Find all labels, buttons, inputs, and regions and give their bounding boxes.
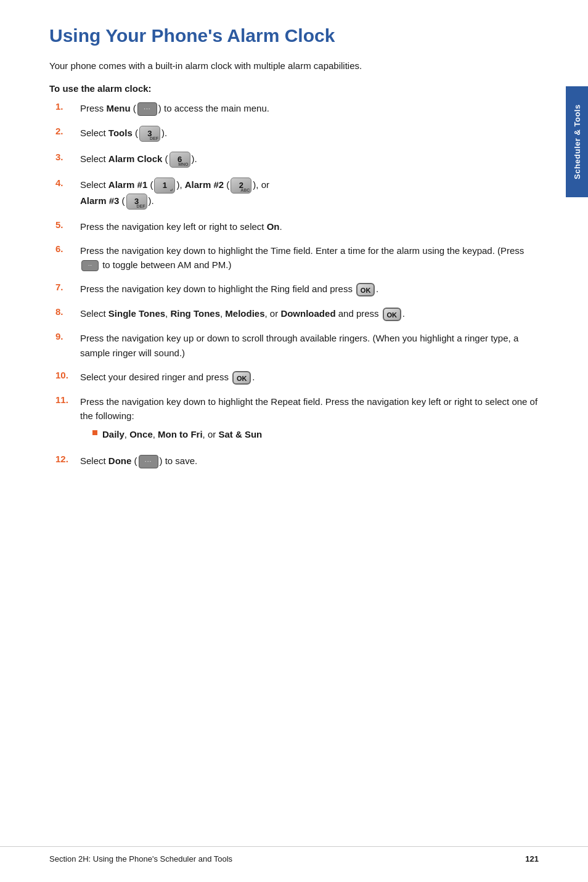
sat-sun-kw: Sat & Sun <box>218 429 262 439</box>
step-8-kw2: Ring Tones <box>170 308 220 319</box>
step-4-alarm1: Alarm #1 <box>108 179 147 190</box>
section-label: To use the alarm clock: <box>49 83 539 94</box>
step-8-kw1: Single Tones <box>108 308 165 319</box>
step-12-keyword: Done <box>108 455 132 466</box>
page-title: Using Your Phone's Alarm Clock <box>49 25 539 47</box>
steps-list: 1. Press Menu () to access the main menu… <box>49 101 539 468</box>
once-kw: Once <box>129 429 153 439</box>
footer-section-text: Section 2H: Using the Phone's Scheduler … <box>49 854 232 864</box>
step-6-content: Press the navigation key down to highlig… <box>80 243 539 272</box>
step-12-number: 12. <box>55 454 80 464</box>
step-7: 7. Press the navigation key down to high… <box>49 282 539 296</box>
step-3-number: 3. <box>55 152 80 162</box>
step-1-number: 1. <box>55 101 80 112</box>
step-2: 2. Select Tools (3DEF). <box>49 126 539 142</box>
step-8-number: 8. <box>55 306 80 317</box>
step-12: 12. Select Done () to save. <box>49 454 539 468</box>
step-8-kw3: Melodies <box>225 308 264 319</box>
step-4-alarm3: Alarm #3 <box>80 195 119 206</box>
key-3def: 3DEF <box>139 126 160 142</box>
step-2-keyword: Tools <box>108 128 133 138</box>
step-1-keyword: Menu <box>107 103 131 113</box>
step-10-number: 10. <box>55 370 80 380</box>
key-1: 1⤶ <box>154 178 175 194</box>
key-6mno: 6MNO <box>169 152 190 168</box>
step-9-number: 9. <box>55 331 80 341</box>
step-8-kw4: Downloaded <box>280 308 335 319</box>
step-3-keyword: Alarm Clock <box>108 153 163 164</box>
step-1-content: Press Menu () to access the main menu. <box>80 101 539 116</box>
footer-page-number: 121 <box>525 854 539 864</box>
step-1: 1. Press Menu () to access the main menu… <box>49 101 539 116</box>
daily-kw: Daily <box>102 429 125 439</box>
toggle-key-icon <box>81 260 99 271</box>
bullet-icon <box>92 430 97 435</box>
side-tab: Scheduler & Tools <box>566 86 588 197</box>
key-3def-2: 3DEF <box>126 194 147 210</box>
step-2-content: Select Tools (3DEF). <box>80 126 539 142</box>
step-11-sublist: Daily, Once, Mon to Fri, or Sat & Sun <box>80 427 539 441</box>
step-6-number: 6. <box>55 243 80 254</box>
step-4-number: 4. <box>55 178 80 188</box>
step-8-content: Select Single Tones, Ring Tones, Melodie… <box>80 306 539 321</box>
key-2abc: 2ABC <box>231 178 251 194</box>
step-11-number: 11. <box>55 394 80 405</box>
step-3: 3. Select Alarm Clock (6MNO). <box>49 152 539 168</box>
step-2-number: 2. <box>55 126 80 136</box>
step-11-sub-text: Daily, Once, Mon to Fri, or Sat & Sun <box>102 427 262 441</box>
step-5-keyword: On <box>267 221 280 232</box>
ok-key-2: OK <box>383 308 401 321</box>
step-7-number: 7. <box>55 282 80 292</box>
step-5-number: 5. <box>55 219 80 230</box>
intro-text: Your phone comes with a built-in alarm c… <box>49 59 539 73</box>
step-11-content: Press the navigation key down to highlig… <box>80 394 539 444</box>
step-10-content: Select your desired ringer and press OK. <box>80 370 539 385</box>
step-9-content: Press the navigation key up or down to s… <box>80 331 539 360</box>
page-container: Scheduler & Tools Using Your Phone's Ala… <box>0 0 588 882</box>
step-11: 11. Press the navigation key down to hig… <box>49 394 539 444</box>
step-3-content: Select Alarm Clock (6MNO). <box>80 152 539 168</box>
ok-key-3: OK <box>232 371 251 385</box>
step-7-content: Press the navigation key down to highlig… <box>80 282 539 296</box>
mon-fri-kw: Mon to Fri <box>158 429 202 439</box>
step-9: 9. Press the navigation key up or down t… <box>49 331 539 360</box>
step-5: 5. Press the navigation key left or righ… <box>49 219 539 234</box>
step-8: 8. Select Single Tones, Ring Tones, Melo… <box>49 306 539 321</box>
step-10: 10. Select your desired ringer and press… <box>49 370 539 385</box>
step-4-content: Select Alarm #1 (1⤶), Alarm #2 (2ABC), o… <box>80 178 539 210</box>
step-11-sub-item: Daily, Once, Mon to Fri, or Sat & Sun <box>86 427 539 441</box>
menu-key-2-icon <box>139 455 158 468</box>
menu-key-icon <box>137 102 157 116</box>
step-5-content: Press the navigation key left or right t… <box>80 219 539 234</box>
step-4: 4. Select Alarm #1 (1⤶), Alarm #2 (2ABC)… <box>49 178 539 210</box>
page-footer: Section 2H: Using the Phone's Scheduler … <box>0 846 588 864</box>
step-4-alarm2: Alarm #2 <box>185 179 224 190</box>
step-12-content: Select Done () to save. <box>80 454 539 468</box>
ok-key-1: OK <box>356 283 375 296</box>
step-6: 6. Press the navigation key down to high… <box>49 243 539 272</box>
